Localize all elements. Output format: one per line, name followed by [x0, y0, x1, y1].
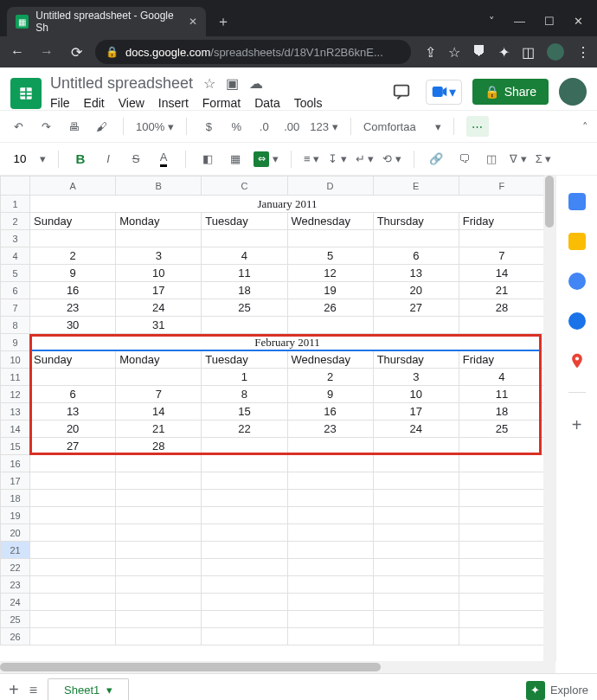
cell[interactable] [373, 542, 459, 559]
share-url-icon[interactable]: ⇪ [425, 44, 436, 61]
menu-view[interactable]: View [119, 96, 144, 110]
account-avatar[interactable] [559, 78, 587, 106]
cell[interactable] [373, 472, 459, 490]
cell[interactable] [116, 490, 202, 507]
cell[interactable]: 28 [459, 299, 543, 317]
star-icon[interactable]: ☆ [203, 75, 215, 92]
cell[interactable] [116, 559, 202, 576]
cell[interactable] [287, 524, 373, 542]
currency-icon[interactable]: $ [199, 120, 218, 133]
cell[interactable]: 9 [287, 386, 373, 403]
close-tab-icon[interactable]: ✕ [189, 16, 197, 28]
cell[interactable] [116, 542, 202, 559]
increase-decimal-icon[interactable]: .00 [282, 120, 301, 133]
row-header[interactable]: 9 [1, 334, 30, 351]
cell[interactable]: 10 [116, 265, 202, 282]
cell[interactable] [202, 559, 287, 576]
cell[interactable] [116, 472, 202, 490]
row-header[interactable]: 14 [1, 421, 30, 438]
cell[interactable] [373, 438, 459, 455]
cell[interactable]: 30 [30, 317, 116, 334]
cell[interactable] [459, 524, 543, 542]
cell[interactable] [30, 490, 116, 507]
cell[interactable]: 31 [116, 317, 202, 334]
cell[interactable]: Monday [116, 351, 202, 369]
cell[interactable] [459, 594, 543, 611]
cell[interactable]: Wednesday [287, 213, 373, 230]
row-header[interactable]: 16 [1, 455, 30, 472]
cell[interactable] [287, 611, 373, 628]
insert-chart-icon[interactable]: ◫ [482, 152, 501, 165]
cell[interactable]: Tuesday [202, 351, 287, 369]
redo-icon[interactable]: ↷ [36, 120, 55, 133]
cell[interactable] [30, 524, 116, 542]
cell[interactable]: 17 [116, 282, 202, 299]
cell[interactable]: 6 [373, 247, 459, 265]
borders-icon[interactable]: ▦ [226, 152, 245, 165]
functions-icon[interactable]: Σ ▾ [536, 152, 552, 165]
share-button[interactable]: 🔒 Share [472, 79, 549, 105]
cell[interactable]: 24 [373, 421, 459, 438]
cell[interactable] [30, 507, 116, 524]
row-header[interactable]: 18 [1, 490, 30, 507]
row-header[interactable]: 13 [1, 403, 30, 421]
bold-icon[interactable]: B [71, 151, 90, 166]
row-header[interactable]: 5 [1, 265, 30, 282]
cell[interactable]: 15 [202, 403, 287, 421]
cell[interactable] [459, 455, 543, 472]
cell[interactable]: 3 [373, 369, 459, 386]
column-header[interactable]: F [459, 177, 543, 196]
cell[interactable] [459, 507, 543, 524]
row-header[interactable]: 21 [1, 542, 30, 559]
corner-cell[interactable] [1, 177, 30, 196]
column-header[interactable]: A [30, 177, 116, 196]
text-wrap-icon[interactable]: ↵ ▾ [356, 152, 375, 165]
cell[interactable]: 10 [373, 386, 459, 403]
cell[interactable] [30, 472, 116, 490]
cell[interactable]: 1 [202, 369, 287, 386]
cell[interactable]: 8 [202, 386, 287, 403]
cell[interactable] [373, 576, 459, 594]
cell[interactable] [287, 507, 373, 524]
cell[interactable] [116, 455, 202, 472]
cell[interactable]: 24 [116, 299, 202, 317]
cell[interactable] [30, 455, 116, 472]
cell[interactable]: 4 [459, 369, 543, 386]
cell[interactable]: 18 [459, 403, 543, 421]
cell[interactable] [116, 594, 202, 611]
percent-icon[interactable]: % [227, 120, 246, 133]
menu-insert[interactable]: Insert [158, 96, 189, 110]
cell[interactable]: 20 [30, 421, 116, 438]
cell[interactable]: 13 [30, 403, 116, 421]
extension-icon[interactable]: ⛊ [472, 44, 486, 60]
reload-button[interactable]: ⟳ [66, 42, 87, 62]
cell[interactable] [459, 317, 543, 334]
row-header[interactable]: 3 [1, 230, 30, 247]
cell[interactable] [202, 628, 287, 645]
row-header[interactable]: 26 [1, 628, 30, 645]
new-tab-button[interactable]: ＋ [211, 10, 235, 34]
cell[interactable] [116, 611, 202, 628]
strikethrough-icon[interactable]: S [126, 152, 145, 165]
cell[interactable]: 12 [287, 265, 373, 282]
font-size-input[interactable] [9, 152, 31, 165]
cell[interactable] [373, 490, 459, 507]
menu-tools[interactable]: Tools [294, 96, 323, 110]
browser-tab[interactable]: ▦ Untitled spreadsheet - Google Sh ✕ [7, 7, 206, 36]
calendar-app-icon[interactable] [568, 193, 586, 210]
cell[interactable] [30, 542, 116, 559]
undo-icon[interactable]: ↶ [9, 120, 28, 133]
cell[interactable] [202, 438, 287, 455]
row-header[interactable]: 1 [1, 196, 30, 213]
cell[interactable] [459, 628, 543, 645]
row-header[interactable]: 25 [1, 611, 30, 628]
cell[interactable] [459, 490, 543, 507]
more-tools-icon[interactable]: ⋯ [466, 116, 489, 137]
cell[interactable] [116, 576, 202, 594]
cell[interactable]: 4 [202, 247, 287, 265]
cell[interactable] [373, 230, 459, 247]
cell[interactable]: Friday [459, 213, 543, 230]
sheets-logo[interactable] [10, 78, 42, 109]
cell[interactable] [287, 317, 373, 334]
cell[interactable]: 25 [202, 299, 287, 317]
